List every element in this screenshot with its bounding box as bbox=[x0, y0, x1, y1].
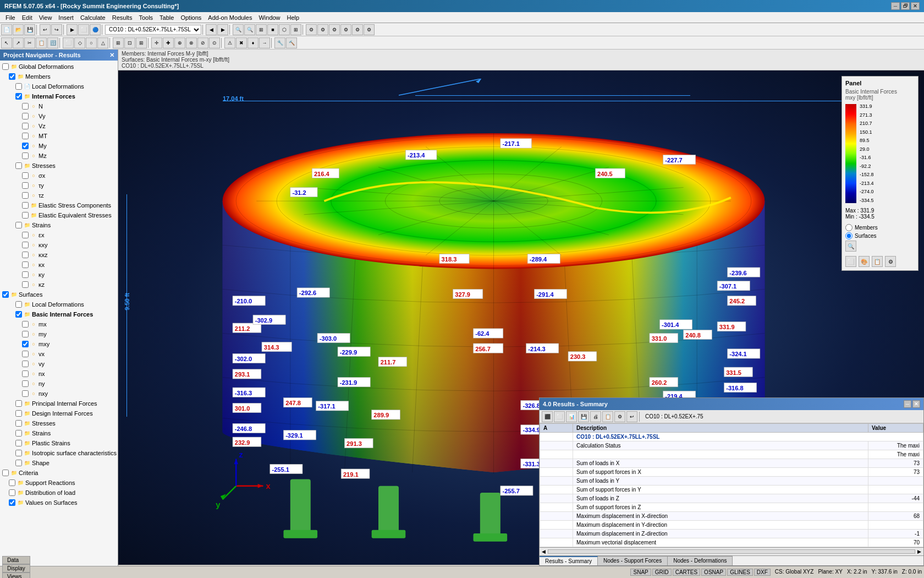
tree-item-global-def[interactable]: 📁Global Deformations bbox=[0, 62, 118, 72]
tree-item-Mz[interactable]: ○Mz bbox=[0, 151, 118, 161]
panel-tool-2[interactable]: 🎨 bbox=[859, 256, 870, 267]
panel-tool-4[interactable]: ⚙ bbox=[885, 256, 896, 267]
tb-next[interactable]: ▶ bbox=[217, 24, 228, 35]
tb2-b21[interactable]: ♦ bbox=[248, 37, 258, 48]
bp-tab-nodes---support-forces[interactable]: Nodes - Support Forces bbox=[598, 556, 668, 565]
tb2-b11[interactable]: ⊡ bbox=[124, 37, 135, 48]
tree-check-nx[interactable] bbox=[22, 370, 29, 377]
bp-tb-4[interactable]: 💾 bbox=[578, 411, 589, 422]
tree-check-elastic-equiv[interactable] bbox=[22, 212, 29, 219]
bp-tb-8[interactable]: ↩ bbox=[626, 411, 637, 422]
tree-item-tz[interactable]: ○τz bbox=[0, 190, 118, 200]
tree-item-nx[interactable]: ○nx bbox=[0, 369, 118, 379]
restore-button[interactable]: 🗗 bbox=[901, 2, 910, 10]
tree-check-MT[interactable] bbox=[22, 133, 29, 139]
tb2-b19[interactable]: ⚠ bbox=[224, 37, 235, 48]
tree-item-vy-s[interactable]: ○vy bbox=[0, 359, 118, 369]
tree-check-design-forces[interactable] bbox=[15, 410, 22, 417]
tree-check-kx[interactable] bbox=[22, 261, 29, 268]
tree-item-elastic-equiv[interactable]: 📁Elastic Equivalent Stresses bbox=[0, 210, 118, 220]
tb2-b15[interactable]: ⊕ bbox=[174, 37, 185, 48]
tb-more5[interactable]: ⚙ bbox=[352, 24, 363, 35]
tree-item-basic-int[interactable]: 📁Basic Internal Forces bbox=[0, 309, 118, 319]
tree-check-isotropic[interactable] bbox=[15, 450, 22, 456]
bp-tb-6[interactable]: 📋 bbox=[602, 411, 613, 422]
menu-addon[interactable]: Add-on Modules bbox=[205, 14, 255, 21]
tree-item-plastic-strains[interactable]: 📁Plastic Strains bbox=[0, 438, 118, 448]
tree-check-nxy[interactable] bbox=[22, 390, 29, 397]
tree-item-My[interactable]: ○My bbox=[0, 141, 118, 151]
menu-insert[interactable]: Insert bbox=[55, 14, 77, 21]
tree-item-ky[interactable]: ○κy bbox=[0, 270, 118, 280]
tree-check-members-node[interactable] bbox=[9, 73, 15, 80]
tree-check-sx[interactable] bbox=[22, 172, 29, 179]
bp-minimize[interactable]: ─ bbox=[904, 400, 911, 408]
tb-zoom-out[interactable]: 🔍 bbox=[244, 24, 255, 35]
tb2-b14[interactable]: ✚ bbox=[163, 37, 174, 48]
tree-item-members-node[interactable]: 📁Members bbox=[0, 72, 118, 81]
tree-check-kz[interactable] bbox=[22, 281, 29, 288]
tb-redo[interactable]: ↪ bbox=[51, 24, 62, 35]
tree-item-values-surfaces[interactable]: 📁Values on Surfaces bbox=[0, 498, 118, 508]
tree-check-my-s[interactable] bbox=[22, 331, 29, 337]
tree-check-internal-forces[interactable] bbox=[15, 93, 22, 100]
tree-item-ny[interactable]: ○ny bbox=[0, 379, 118, 389]
tree-item-Vz[interactable]: ○Vz bbox=[0, 121, 118, 131]
tb-zoom-in[interactable]: 🔍 bbox=[233, 24, 244, 35]
tree-item-strains[interactable]: 📁Strains bbox=[0, 220, 118, 230]
bp-tb-2[interactable]: ⬜ bbox=[554, 411, 565, 422]
surfaces-radio[interactable] bbox=[845, 232, 853, 239]
close-button[interactable]: ✕ bbox=[911, 2, 920, 10]
tb2-b23[interactable]: 🔧 bbox=[274, 37, 285, 48]
tree-check-Vz[interactable] bbox=[22, 123, 29, 129]
bp-tab-nodes---deformations[interactable]: Nodes - Deformations bbox=[668, 556, 733, 565]
tree-check-mxy[interactable] bbox=[22, 341, 29, 347]
tree-check-criteria[interactable] bbox=[2, 470, 9, 476]
tree-check-mx[interactable] bbox=[22, 321, 29, 328]
tree-item-dist-load[interactable]: 📁Distribution of load bbox=[0, 488, 118, 498]
tb-undo[interactable]: ↩ bbox=[40, 24, 51, 35]
tree-item-isotropic[interactable]: 📁Isotropic surface characteristics bbox=[0, 448, 118, 458]
tb-open[interactable]: 📂 bbox=[13, 24, 24, 35]
tree-item-kxz[interactable]: ○κxz bbox=[0, 250, 118, 260]
tb-3d[interactable]: ⬡ bbox=[279, 24, 290, 35]
tree-check-tz[interactable] bbox=[22, 192, 29, 199]
tree-item-ty[interactable]: ○τy bbox=[0, 181, 118, 190]
tree-item-surfaces-node[interactable]: 📁Surfaces bbox=[0, 290, 118, 299]
tb2-b10[interactable]: ⊞ bbox=[113, 37, 124, 48]
tb2-b4[interactable]: 📋 bbox=[36, 37, 47, 48]
menu-table[interactable]: Table bbox=[156, 14, 177, 21]
tb-prev[interactable]: ◀ bbox=[206, 24, 217, 35]
tree-check-vx[interactable] bbox=[22, 351, 29, 357]
tree-check-plastic-strains[interactable] bbox=[15, 440, 22, 446]
snap-pill-grid[interactable]: GRID bbox=[652, 569, 672, 576]
tb-save[interactable]: 💾 bbox=[24, 24, 35, 35]
tree-check-N[interactable] bbox=[22, 103, 29, 110]
tree-check-dist-load[interactable] bbox=[9, 489, 15, 496]
tree-item-Vy[interactable]: ○Vy bbox=[0, 111, 118, 121]
tb-more3[interactable]: ⚙ bbox=[329, 24, 340, 35]
tree-item-support-reactions[interactable]: 📁Support Reactions bbox=[0, 478, 118, 488]
bp-tb-5[interactable]: 🖨 bbox=[590, 411, 601, 422]
tree-item-design-forces[interactable]: 📁Design Internal Forces bbox=[0, 408, 118, 418]
tb2-b7[interactable]: ◇ bbox=[74, 37, 85, 48]
tree-item-elastic-stress[interactable]: 📁Elastic Stress Components bbox=[0, 200, 118, 210]
tree-check-kxy[interactable] bbox=[22, 242, 29, 248]
panel-tool-1[interactable]: ⬜ bbox=[845, 256, 856, 267]
tree-item-stresses[interactable]: 📁Stresses bbox=[0, 161, 118, 171]
menu-results[interactable]: Results bbox=[109, 14, 136, 21]
snap-pill-glines[interactable]: GLINES bbox=[727, 569, 753, 576]
bp-tb-1[interactable]: ⬛ bbox=[542, 411, 553, 422]
tree-check-principal-forces[interactable] bbox=[15, 400, 22, 407]
tree-item-internal-forces[interactable]: 📁Internal Forces bbox=[0, 91, 118, 101]
status-tab-display[interactable]: Display bbox=[2, 564, 30, 572]
tree-item-criteria[interactable]: 📁Criteria bbox=[0, 468, 118, 478]
tree-check-ty[interactable] bbox=[22, 182, 29, 189]
tree-item-sx[interactable]: ○σx bbox=[0, 171, 118, 181]
tree-item-mxy[interactable]: ○mxy bbox=[0, 339, 118, 349]
menu-help[interactable]: Help bbox=[284, 14, 303, 21]
tb2-b17[interactable]: ⊘ bbox=[197, 37, 208, 48]
tree-check-elastic-stress[interactable] bbox=[22, 202, 29, 209]
tree-item-my-s[interactable]: ○my bbox=[0, 329, 118, 339]
tree-item-N[interactable]: ○N bbox=[0, 101, 118, 111]
